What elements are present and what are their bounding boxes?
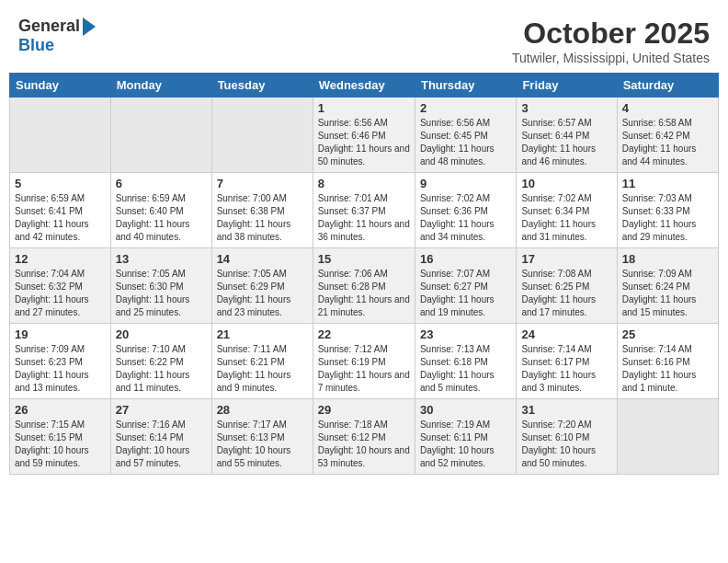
day-number: 17: [521, 252, 611, 266]
day-number: 31: [521, 403, 611, 417]
day-number: 28: [217, 403, 308, 417]
calendar-week-row-1: 1Sunrise: 6:56 AM Sunset: 6:46 PM Daylig…: [10, 98, 719, 173]
calendar-cell-4-4: 22Sunrise: 7:12 AM Sunset: 6:19 PM Dayli…: [313, 324, 415, 399]
day-number: 21: [217, 327, 308, 341]
day-info: Sunrise: 7:16 AM Sunset: 6:14 PM Dayligh…: [116, 419, 207, 470]
logo-blue-text: Blue: [18, 36, 54, 54]
day-number: 4: [622, 101, 713, 115]
day-number: 19: [15, 327, 106, 341]
calendar-cell-3-7: 18Sunrise: 7:09 AM Sunset: 6:24 PM Dayli…: [617, 248, 718, 324]
calendar-cell-1-4: 1Sunrise: 6:56 AM Sunset: 6:46 PM Daylig…: [313, 98, 415, 173]
calendar-week-row-3: 12Sunrise: 7:04 AM Sunset: 6:32 PM Dayli…: [10, 248, 719, 324]
day-info: Sunrise: 6:58 AM Sunset: 6:42 PM Dayligh…: [622, 117, 713, 168]
day-number: 27: [116, 403, 207, 417]
day-info: Sunrise: 6:57 AM Sunset: 6:44 PM Dayligh…: [521, 117, 611, 168]
day-number: 25: [622, 327, 713, 341]
day-info: Sunrise: 6:56 AM Sunset: 6:45 PM Dayligh…: [420, 117, 511, 168]
calendar-cell-3-1: 12Sunrise: 7:04 AM Sunset: 6:32 PM Dayli…: [10, 248, 111, 324]
title-section: October 2025 Tutwiler, Mississippi, Unit…: [512, 17, 710, 65]
page-header: General Blue October 2025 Tutwiler, Miss…: [9, 9, 719, 69]
day-number: 10: [521, 177, 611, 190]
day-info: Sunrise: 7:01 AM Sunset: 6:37 PM Dayligh…: [318, 192, 410, 244]
day-number: 8: [318, 177, 410, 190]
day-info: Sunrise: 7:02 AM Sunset: 6:34 PM Dayligh…: [521, 192, 611, 244]
day-number: 22: [318, 327, 410, 341]
calendar-cell-5-2: 27Sunrise: 7:16 AM Sunset: 6:14 PM Dayli…: [110, 399, 211, 475]
day-info: Sunrise: 6:56 AM Sunset: 6:46 PM Dayligh…: [318, 117, 410, 168]
day-info: Sunrise: 6:59 AM Sunset: 6:40 PM Dayligh…: [116, 192, 207, 244]
calendar-cell-3-2: 13Sunrise: 7:05 AM Sunset: 6:30 PM Dayli…: [110, 248, 211, 324]
day-number: 29: [318, 403, 410, 417]
day-number: 1: [318, 101, 410, 115]
day-info: Sunrise: 7:17 AM Sunset: 6:13 PM Dayligh…: [217, 419, 308, 470]
day-info: Sunrise: 7:11 AM Sunset: 6:21 PM Dayligh…: [217, 343, 308, 395]
day-number: 7: [217, 177, 308, 190]
calendar-header-row: SundayMondayTuesdayWednesdayThursdayFrid…: [10, 74, 719, 98]
day-info: Sunrise: 7:05 AM Sunset: 6:30 PM Dayligh…: [116, 268, 207, 319]
day-number: 15: [318, 252, 410, 266]
day-number: 20: [116, 327, 207, 341]
calendar-header-saturday: Saturday: [617, 74, 718, 98]
logo: General Blue: [18, 17, 97, 55]
calendar-cell-1-3: [211, 98, 313, 173]
day-info: Sunrise: 7:05 AM Sunset: 6:29 PM Dayligh…: [217, 268, 308, 319]
day-number: 11: [622, 177, 713, 190]
calendar-cell-2-3: 7Sunrise: 7:00 AM Sunset: 6:38 PM Daylig…: [211, 173, 313, 248]
day-info: Sunrise: 7:14 AM Sunset: 6:16 PM Dayligh…: [622, 343, 713, 395]
day-number: 12: [15, 252, 106, 266]
calendar-cell-3-4: 15Sunrise: 7:06 AM Sunset: 6:28 PM Dayli…: [313, 248, 415, 324]
day-info: Sunrise: 7:13 AM Sunset: 6:18 PM Dayligh…: [420, 343, 511, 395]
calendar-cell-3-6: 17Sunrise: 7:08 AM Sunset: 6:25 PM Dayli…: [517, 248, 617, 324]
day-info: Sunrise: 6:59 AM Sunset: 6:41 PM Dayligh…: [15, 192, 106, 244]
calendar-cell-2-1: 5Sunrise: 6:59 AM Sunset: 6:41 PM Daylig…: [10, 173, 111, 248]
calendar-cell-2-5: 9Sunrise: 7:02 AM Sunset: 6:36 PM Daylig…: [415, 173, 516, 248]
calendar-cell-2-4: 8Sunrise: 7:01 AM Sunset: 6:37 PM Daylig…: [313, 173, 415, 248]
day-info: Sunrise: 7:15 AM Sunset: 6:15 PM Dayligh…: [15, 419, 106, 470]
calendar-header-friday: Friday: [517, 74, 617, 98]
calendar-cell-1-1: [10, 98, 111, 173]
calendar-header-monday: Monday: [110, 74, 211, 98]
calendar-cell-1-7: 4Sunrise: 6:58 AM Sunset: 6:42 PM Daylig…: [617, 98, 718, 173]
calendar-cell-5-5: 30Sunrise: 7:19 AM Sunset: 6:11 PM Dayli…: [415, 399, 516, 475]
day-number: 23: [420, 327, 511, 341]
day-info: Sunrise: 7:18 AM Sunset: 6:12 PM Dayligh…: [318, 419, 410, 470]
calendar-cell-4-7: 25Sunrise: 7:14 AM Sunset: 6:16 PM Dayli…: [617, 324, 718, 399]
calendar-cell-4-6: 24Sunrise: 7:14 AM Sunset: 6:17 PM Dayli…: [517, 324, 617, 399]
calendar-cell-5-4: 29Sunrise: 7:18 AM Sunset: 6:12 PM Dayli…: [313, 399, 415, 475]
calendar-header-thursday: Thursday: [415, 74, 516, 98]
day-info: Sunrise: 7:07 AM Sunset: 6:27 PM Dayligh…: [420, 268, 511, 319]
day-info: Sunrise: 7:06 AM Sunset: 6:28 PM Dayligh…: [318, 268, 410, 319]
calendar-cell-4-5: 23Sunrise: 7:13 AM Sunset: 6:18 PM Dayli…: [415, 324, 516, 399]
day-number: 6: [116, 177, 207, 190]
calendar-cell-4-1: 19Sunrise: 7:09 AM Sunset: 6:23 PM Dayli…: [10, 324, 111, 399]
location-title: Tutwiler, Mississippi, United States: [512, 51, 710, 65]
calendar-cell-1-6: 3Sunrise: 6:57 AM Sunset: 6:44 PM Daylig…: [517, 98, 617, 173]
calendar-cell-5-3: 28Sunrise: 7:17 AM Sunset: 6:13 PM Dayli…: [211, 399, 313, 475]
day-info: Sunrise: 7:08 AM Sunset: 6:25 PM Dayligh…: [521, 268, 611, 319]
day-info: Sunrise: 7:02 AM Sunset: 6:36 PM Dayligh…: [420, 192, 511, 244]
day-number: 13: [116, 252, 207, 266]
calendar-header-wednesday: Wednesday: [313, 74, 415, 98]
day-number: 24: [521, 327, 611, 341]
calendar-cell-2-7: 11Sunrise: 7:03 AM Sunset: 6:33 PM Dayli…: [617, 173, 718, 248]
logo-icon: [83, 17, 96, 36]
calendar-cell-3-5: 16Sunrise: 7:07 AM Sunset: 6:27 PM Dayli…: [415, 248, 516, 324]
day-number: 14: [217, 252, 308, 266]
day-number: 3: [521, 101, 611, 115]
day-info: Sunrise: 7:10 AM Sunset: 6:22 PM Dayligh…: [116, 343, 207, 395]
day-info: Sunrise: 7:12 AM Sunset: 6:19 PM Dayligh…: [318, 343, 410, 395]
calendar-cell-5-6: 31Sunrise: 7:20 AM Sunset: 6:10 PM Dayli…: [517, 399, 617, 475]
day-number: 18: [622, 252, 713, 266]
day-number: 5: [15, 177, 106, 190]
day-info: Sunrise: 7:09 AM Sunset: 6:23 PM Dayligh…: [15, 343, 106, 395]
day-number: 9: [420, 177, 511, 190]
calendar-week-row-4: 19Sunrise: 7:09 AM Sunset: 6:23 PM Dayli…: [10, 324, 719, 399]
calendar-week-row-2: 5Sunrise: 6:59 AM Sunset: 6:41 PM Daylig…: [10, 173, 719, 248]
calendar-cell-4-3: 21Sunrise: 7:11 AM Sunset: 6:21 PM Dayli…: [211, 324, 313, 399]
calendar-cell-3-3: 14Sunrise: 7:05 AM Sunset: 6:29 PM Dayli…: [211, 248, 313, 324]
day-info: Sunrise: 7:19 AM Sunset: 6:11 PM Dayligh…: [420, 419, 511, 470]
calendar-cell-4-2: 20Sunrise: 7:10 AM Sunset: 6:22 PM Dayli…: [110, 324, 211, 399]
day-number: 30: [420, 403, 511, 417]
logo-general-text: General: [18, 17, 80, 36]
day-info: Sunrise: 7:20 AM Sunset: 6:10 PM Dayligh…: [521, 419, 611, 470]
